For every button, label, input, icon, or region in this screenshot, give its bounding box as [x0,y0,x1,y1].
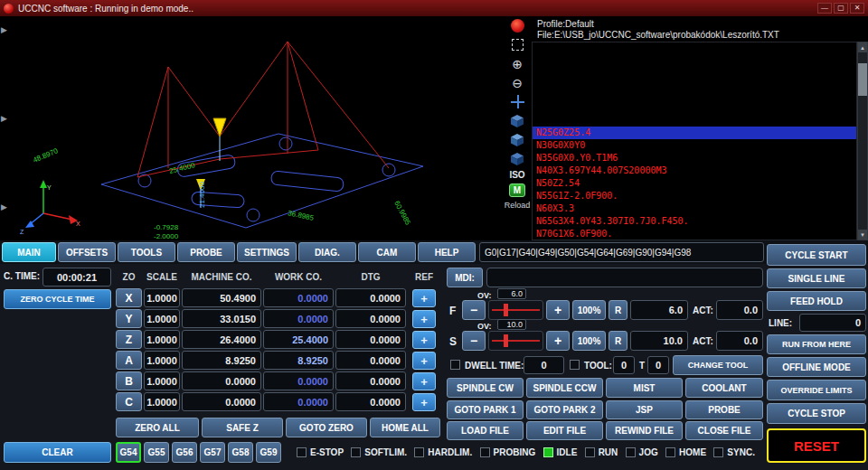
gcode-scrollbar[interactable]: ▲ ▼ [857,42,868,240]
spindle-ccw-button[interactable]: SPINDLE CCW [526,378,603,398]
zoom-in-icon[interactable]: ⊕ [509,56,525,71]
view-reset-icon[interactable] [509,18,525,33]
a-work-display[interactable]: 8.9250 [263,351,334,370]
rewind-file-button[interactable]: REWIND FILE [606,421,683,440]
iso-view-button[interactable]: ISO [509,170,524,180]
goto-park2-button[interactable]: GOTO PARK 2 [526,400,603,419]
zero-y-button[interactable]: Y [116,309,142,328]
x-scale-field[interactable]: 1.0000 [144,288,180,307]
softlim-checkbox[interactable] [351,447,361,457]
b-ref-button[interactable]: + [412,372,436,390]
b-work-display[interactable]: 0.0000 [263,371,334,390]
gcode-line[interactable]: N55G1Z-2.0F900. [533,190,856,202]
pan-icon[interactable] [509,94,525,109]
b-scale-field[interactable]: 1.0000 [144,371,180,390]
zero-all-button[interactable]: ZERO ALL [116,418,199,437]
mdi-button[interactable]: MDI: [447,268,483,287]
probe-button[interactable]: PROBE [685,400,763,419]
z-scale-field[interactable]: 1.0000 [144,330,180,349]
c-scale-field[interactable]: 1.0000 [144,392,180,411]
clear-button[interactable]: CLEAR [4,442,111,463]
zero-b-button[interactable]: B [116,371,142,390]
spindle-cw-button[interactable]: SPINDLE CW [447,378,524,398]
feed-reset-button[interactable]: R [609,300,627,320]
zero-a-button[interactable]: A [116,351,142,370]
probing-checkbox[interactable] [480,447,490,457]
tab-diag[interactable]: DIAG. [298,242,356,262]
gcode-line[interactable]: N50Z2.54 [533,177,856,190]
slider-thumb[interactable] [504,304,508,316]
goto-park1-button[interactable]: GOTO PARK 1 [447,400,524,419]
offset-g55-button[interactable]: G55 [144,442,169,463]
tab-help[interactable]: HELP [418,242,476,262]
estop-checkbox[interactable] [297,447,307,457]
slider-thumb[interactable] [504,334,508,347]
z-work-display[interactable]: 25.4000 [263,330,334,349]
zero-cycle-time-button[interactable]: ZERO CYCLE TIME [4,289,111,309]
feed-100-percent-button[interactable]: 100% [572,300,606,320]
jsp-button[interactable]: JSP [606,400,683,419]
zero-x-button[interactable]: X [116,288,142,307]
safe-z-button[interactable]: SAFE Z [202,418,283,437]
home-all-button[interactable]: HOME ALL [370,418,440,437]
tool-checkbox[interactable] [570,360,580,370]
single-line-button[interactable]: SINGLE LINE [767,268,866,288]
a-ref-button[interactable]: + [412,352,436,370]
gcode-line[interactable]: N30G0X0Y0 [533,139,856,152]
tab-main[interactable]: MAIN [2,242,56,262]
tab-offsets[interactable]: OFFSETS [58,242,116,262]
gcode-line[interactable]: N35G0X0.Y0.T1M6 [533,152,856,164]
x-work-display[interactable]: 0.0000 [263,288,334,307]
reset-button[interactable]: RESET [767,428,866,463]
gcode-listing[interactable]: N25G0Z25.4 N30G0X0Y0 N35G0X0.Y0.T1M6 N40… [532,42,857,240]
scroll-down-icon[interactable]: ▼ [858,230,867,240]
a-scale-field[interactable]: 1.0000 [144,351,180,370]
gcode-line[interactable]: N60X3.3 [533,202,856,215]
mist-button[interactable]: MIST [606,378,683,398]
zero-z-button[interactable]: Z [116,330,142,349]
gcode-line[interactable]: N40X3.697Y44.007S20000M3 [533,164,856,177]
gcode-line[interactable]: N65G3X4.0Y43.307I0.7J0.F450. [533,215,856,228]
home-checkbox[interactable] [665,447,675,457]
y-work-display[interactable]: 0.0000 [263,309,334,328]
offset-g59-button[interactable]: G59 [256,442,281,463]
offset-g54-button[interactable]: G54 [116,442,141,463]
toolpath-viewport[interactable]: 48.8970 25.4000 21.4000 -0.7928 -2.0000 … [0,16,503,240]
minimize-button[interactable]: — [817,3,832,14]
feed-override-slider[interactable] [488,300,543,320]
override-limits-button[interactable]: OVERRIDE LIMITS [767,380,866,400]
offset-g58-button[interactable]: G58 [228,442,253,463]
scrollbar-track[interactable] [858,52,867,230]
gcode-line-current[interactable]: N25G0Z25.4 [533,127,856,139]
scrollbar-thumb[interactable] [858,63,867,96]
offset-g56-button[interactable]: G56 [172,442,197,463]
panel-expander-arrow[interactable]: ▶ [1,114,7,123]
panel-expander-arrow[interactable]: ▶ [1,202,7,212]
idle-checkbox[interactable] [543,447,553,457]
view-cube-2-icon[interactable] [509,132,525,147]
load-file-button[interactable]: LOAD FILE [447,421,524,440]
spindle-100-percent-button[interactable]: 100% [572,331,606,351]
view-cube-3-icon[interactable] [509,151,525,166]
tool-number-field[interactable]: 0 [613,356,635,374]
close-button[interactable]: ✕ [850,3,864,14]
zoom-out-icon[interactable]: ⊖ [509,75,525,90]
sync-checkbox[interactable] [713,447,723,457]
tab-settings[interactable]: SETTINGS [237,242,297,262]
cycle-start-button[interactable]: CYCLE START [767,244,866,266]
run-checkbox[interactable] [585,447,595,457]
edit-file-button[interactable]: EDIT FILE [526,421,603,440]
y-scale-field[interactable]: 1.0000 [144,309,180,328]
zero-c-button[interactable]: C [116,392,142,411]
run-from-here-button[interactable]: RUN FROM HERE [767,334,866,354]
spindle-minus-button[interactable]: − [462,331,486,351]
tab-probe[interactable]: PROBE [177,242,235,262]
gcode-line[interactable]: N70G1X6.0F900. [533,228,856,240]
dwell-checkbox[interactable] [450,360,460,370]
change-tool-button[interactable]: CHANGE TOOL [673,355,763,375]
feed-hold-button[interactable]: FEED HOLD [767,291,866,311]
coolant-button[interactable]: COOLANT [685,378,763,398]
y-ref-button[interactable]: + [412,310,436,328]
spindle-plus-button[interactable]: + [546,331,570,351]
reload-button[interactable]: Reload [505,201,531,210]
